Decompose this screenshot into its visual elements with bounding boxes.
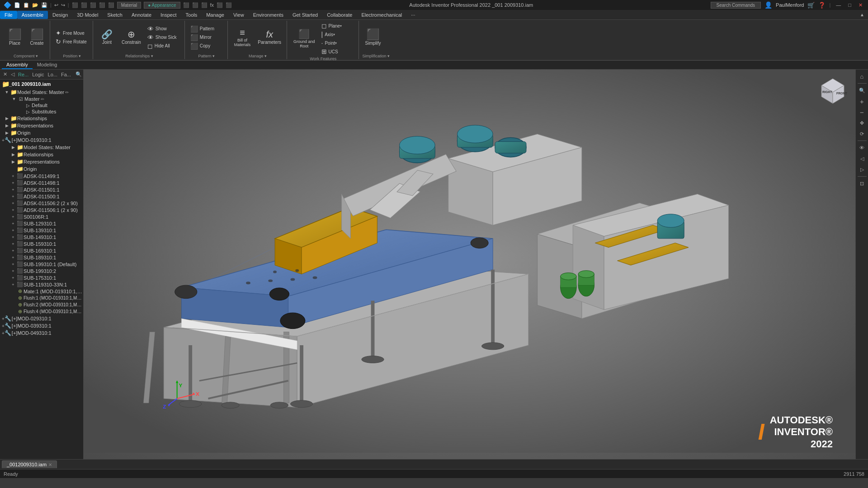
toggle-mod019-rels[interactable]: ▶ [10,152,16,157]
pattern-button[interactable]: ⬛ Pattern [189,25,225,33]
tree-sub-199310-2[interactable]: + ⬛ SUB-199310:2 [0,267,83,274]
menu-design[interactable]: Design [48,11,72,19]
constrain-button[interactable]: ⊕ Constrain [119,28,144,46]
toggle-adsk011500[interactable]: + [10,194,16,199]
tree-s00106r[interactable]: + ⬛ S00106R:1 [0,213,83,220]
menu-assemble[interactable]: Assemble [17,11,48,19]
mirror-button[interactable]: ⬛ Mirror [189,33,225,42]
toggle-sub159[interactable]: + [10,242,16,246]
toggle-s00106r[interactable]: + [10,215,16,219]
panel-tab-re[interactable]: Re... [17,71,30,78]
tree-mod019-rels[interactable]: ▶ 📁 Relationships [0,151,83,158]
menu-more[interactable]: ··· [406,11,420,19]
toggle-adsk011501[interactable]: + [10,188,16,192]
tree-sub-169310[interactable]: + ⬛ SUB-169310:1 [0,247,83,254]
toggle-rels[interactable]: ▶ [4,116,10,121]
tree-adsk-011498[interactable]: + ⬛ ADSK-011498:1 [0,179,83,186]
search-commands[interactable]: Search Commands [711,2,761,9]
menu-collaborate[interactable]: Collaborate [322,11,357,19]
panel-back-btn[interactable]: ◁ [9,71,16,78]
toolbar-icon-10[interactable]: ⬛ [226,2,232,8]
toggle-sub169[interactable]: + [10,249,16,253]
tree-flush-2[interactable]: ⊕ Flush:2 (MOD-039310:1,MOD-019310:1:... [0,301,83,308]
tree-flush-4[interactable]: ⊕ Flush:4 (MOD-039310:1,MOD-019310:1:... [0,308,83,315]
toggle-origin[interactable]: ▶ [4,131,10,135]
toolbar-icon-9[interactable]: ⬛ [217,2,223,8]
tree-sub-119310[interactable]: + ⬛ SUB-119310-33N:1 [0,281,83,288]
menu-file[interactable]: File [0,11,17,19]
ribbon-toggle[interactable]: ▲ [856,11,868,18]
ground-root-button[interactable]: ⬛ Ground andRoot [291,28,318,50]
tree-substitutes[interactable]: ▷ Substitutes [0,108,83,115]
nav-look-btn[interactable]: 👁 [857,143,867,153]
menu-manage[interactable]: Manage [202,11,229,19]
tree-mod019-modelstates[interactable]: ▶ 📁 Model States: Master [0,144,83,151]
plane-dropdown[interactable]: ▾ [340,24,342,28]
place-button[interactable]: ⬛ Place [5,28,25,47]
tree-adsk-011499[interactable]: + ⬛ ADSK-011499:1 [0,173,83,179]
nav-pan-btn[interactable]: ✥ [857,118,867,128]
tree-model-states[interactable]: ▼ 📁 Model States: Master ✏ [0,89,83,96]
copy-button[interactable]: ⬛ Copy [189,42,225,50]
bill-of-materials-button[interactable]: ≡ Bill ofMaterials [231,27,254,48]
tree-relationships-root[interactable]: ▶ 📁 Relationships [0,115,83,122]
menu-environments[interactable]: Environments [249,11,288,19]
toggle-master[interactable]: ▼ [11,97,17,101]
menu-annotate[interactable]: Annotate [127,11,156,19]
toggle-sub129[interactable]: + [10,221,16,226]
fx-icon[interactable]: fx [210,2,214,8]
cart-icon[interactable]: 🛒 [807,2,815,9]
nav-section-btn[interactable]: ⊡ [857,178,867,188]
tree-sub-129310[interactable]: + ⬛ SUB-129310:1 [0,220,83,227]
panel-tab-fa[interactable]: Fa... [60,71,72,78]
show-sick-button[interactable]: 👁 Show Sick [146,33,182,42]
toggle-mod019-reps[interactable]: ▶ [10,160,16,164]
menu-tools[interactable]: Tools [181,11,202,19]
toggle-sub175[interactable]: + [10,276,16,280]
point-button[interactable]: · Point ▾ [320,39,356,47]
free-move-button[interactable]: ✦ Free Move [54,29,90,37]
file-tab-close-0[interactable]: ✕ [48,462,52,467]
menu-view[interactable]: View [229,11,249,19]
panel-search-btn[interactable]: 🔍 [74,71,83,78]
axis-button[interactable]: | Axis ▾ [320,30,356,38]
nav-prev-view-btn[interactable]: ◁ [857,154,867,164]
tree-sub-175310[interactable]: + ⬛ SUB-175310:1 [0,274,83,281]
toolbar-icon-3[interactable]: ⬛ [90,2,96,8]
toggle-sub149[interactable]: + [10,235,16,239]
show-button[interactable]: 👁 Show [146,25,182,33]
maximize-btn[interactable]: □ [846,2,853,8]
menu-3dmodel[interactable]: 3D Model [72,11,103,19]
nav-orbit-btn[interactable]: ⟳ [857,129,867,139]
toolbar-icon-1[interactable]: ⬛ [72,2,78,8]
redo-btn[interactable]: ↪ [61,2,65,8]
toolbar-icon-6[interactable]: ⬛ [183,2,189,8]
open-btn[interactable]: 📂 [32,2,38,8]
help-btn[interactable]: ❓ [818,2,826,9]
tree-mod-049310[interactable]: + 🔧 [+]MOD-049310:1 [0,329,83,337]
close-btn[interactable]: ✕ [857,2,864,8]
nav-home-btn[interactable]: ⌂ [857,71,867,81]
tree-mod-019310[interactable]: + 🔧 [+]MOD-019310:1 [0,136,83,144]
edit-icon-1[interactable]: ✏ [65,90,69,95]
panel-tab-logic[interactable]: Logic [31,71,45,78]
menu-electromechanical[interactable]: Electromechanical [357,11,406,19]
toolbar-icon-4[interactable]: ⬛ [99,2,105,8]
tree-sub-139310[interactable]: + ⬛ SUB-139310:1 [0,227,83,234]
save-btn[interactable]: 💾 [41,2,47,8]
panel-close-btn[interactable]: ✕ [2,71,9,78]
simplify-button[interactable]: ⬛ Simplify [363,28,384,47]
toolbar-icon-5[interactable]: ⬛ [108,2,114,8]
tab-modeling[interactable]: Modeling [33,61,62,69]
toggle-sub119[interactable]: + [10,282,16,287]
menu-inspect[interactable]: Inspect [156,11,181,19]
toggle-adsk011499[interactable]: + [10,174,16,178]
tree-master[interactable]: ▼ ☑ Master ✏ [0,96,83,102]
free-rotate-button[interactable]: ↻ Free Rotate [54,38,90,46]
toggle-adsk0115061[interactable]: + [10,208,16,212]
tree-default[interactable]: ▷ Default [0,102,83,108]
plane-button[interactable]: ◻ Plane ▾ [320,22,356,30]
tree-adsk-011506-1[interactable]: + ⬛ ADSK-011506:1 (2 x 90) [0,206,83,213]
toolbar-icon-7[interactable]: ⬛ [192,2,198,8]
toggle-adsk0115062[interactable]: + [10,201,16,206]
